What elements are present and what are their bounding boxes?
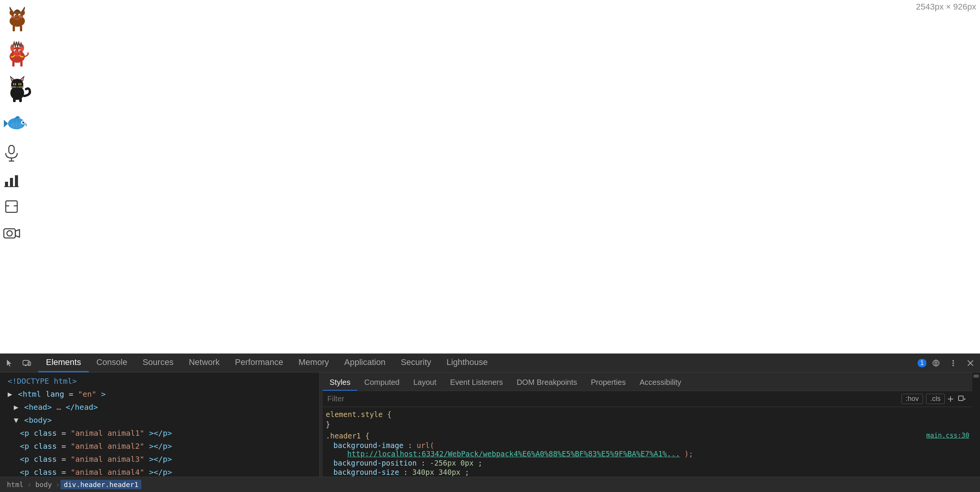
- dimensions-indicator: 2543px × 926px: [916, 2, 976, 12]
- styles-subtab-dom-breakpoints[interactable]: DOM Breakpoints: [510, 378, 584, 391]
- dom-tree[interactable]: <!DOCTYPE html> ▶ <html lang = "en" > ▶ …: [0, 373, 319, 477]
- dom-line-p4[interactable]: <p class = "animal animal4" ></p>: [0, 466, 319, 477]
- tab-elements[interactable]: Elements: [38, 354, 89, 372]
- svg-rect-75: [959, 396, 963, 401]
- styles-subtab-accessibility[interactable]: Accessibility: [633, 378, 688, 391]
- svg-rect-55: [10, 178, 13, 186]
- styles-subtab-properties[interactable]: Properties: [584, 378, 633, 391]
- svg-marker-63: [15, 230, 20, 237]
- styles-subtab-computed[interactable]: Computed: [357, 378, 406, 391]
- add-style-button[interactable]: [945, 393, 956, 405]
- style-prop-background-position: background-position : -256px 0px ;: [326, 458, 969, 468]
- devtools-panel: Elements Console Sources Network Perform…: [0, 354, 980, 492]
- dom-styles-divider[interactable]: [320, 373, 323, 477]
- style-prop-background-size: background-size : 340px 340px ;: [326, 468, 969, 477]
- bracket-icon[interactable]: [2, 197, 21, 216]
- svg-rect-54: [5, 182, 8, 186]
- svg-point-49: [23, 122, 24, 122]
- page-content: 2543px × 926px: [0, 0, 980, 354]
- element-style-rule: element.style { }: [326, 410, 969, 428]
- styles-filter-bar: :hov .cls: [323, 391, 972, 407]
- svg-rect-51: [9, 145, 14, 154]
- styles-subtab-layout[interactable]: Layout: [407, 378, 443, 391]
- svg-point-62: [7, 231, 12, 236]
- devtools-right-icons: 1: [916, 355, 978, 371]
- devtools-breadcrumb: html › body › div.header.header1: [0, 477, 980, 492]
- devtools-close-button[interactable]: [963, 355, 978, 371]
- styles-tabs: Styles Computed Layout Event Listeners D…: [323, 373, 972, 391]
- tab-network[interactable]: Network: [181, 354, 227, 372]
- panel-count-badge: 1: [918, 359, 926, 367]
- scroll-up-button[interactable]: [973, 375, 979, 378]
- svg-point-7: [15, 17, 17, 18]
- svg-point-13: [12, 16, 15, 18]
- svg-point-25: [18, 53, 19, 55]
- svg-point-4: [15, 15, 16, 16]
- svg-point-37: [19, 83, 20, 85]
- svg-point-22: [19, 50, 20, 51]
- animal-icons-container: [0, 0, 34, 142]
- dimensions-text: 2543px × 926px: [916, 2, 976, 11]
- microphone-icon[interactable]: [2, 143, 21, 163]
- dom-line-html[interactable]: ▶ <html lang = "en" >: [0, 388, 319, 401]
- svg-rect-58: [6, 201, 17, 212]
- svg-line-39: [11, 86, 16, 87]
- background-image-url[interactable]: http://localhost:63342/WebPack/webpack4%…: [347, 450, 680, 458]
- svg-rect-61: [4, 229, 15, 238]
- dom-line-doctype[interactable]: <!DOCTYPE html>: [0, 375, 319, 388]
- breadcrumb-html[interactable]: html: [4, 480, 26, 489]
- svg-point-14: [20, 16, 23, 18]
- svg-rect-27: [20, 61, 23, 67]
- new-style-rule-button[interactable]: [956, 393, 968, 405]
- svg-point-67: [935, 362, 937, 364]
- devtools-settings-button[interactable]: [928, 355, 944, 371]
- style-prop-background-image: background-image : url( http://localhost…: [326, 441, 969, 458]
- tab-console[interactable]: Console: [89, 354, 135, 372]
- animal-cat-icon: [2, 73, 33, 103]
- styles-filter-input[interactable]: [327, 394, 902, 403]
- svg-point-50: [11, 122, 22, 128]
- svg-point-69: [952, 362, 954, 364]
- camera-icon[interactable]: [2, 224, 21, 243]
- svg-line-40: [11, 87, 16, 88]
- responsive-design-button[interactable]: [19, 355, 34, 371]
- tab-security[interactable]: Security: [393, 354, 439, 372]
- devtools-topbar: Elements Console Sources Network Perform…: [0, 354, 980, 373]
- tab-memory[interactable]: Memory: [291, 354, 336, 372]
- devtools-left-icons: [2, 355, 34, 371]
- svg-rect-43: [13, 98, 16, 102]
- dom-line-p1[interactable]: <p class = "animal animal1" ></p>: [0, 427, 319, 440]
- svg-point-10: [21, 10, 25, 15]
- devtools-body: <!DOCTYPE html> ▶ <html lang = "en" > ▶ …: [0, 373, 980, 477]
- svg-point-21: [15, 50, 16, 51]
- dom-line-p2[interactable]: <p class = "animal animal2" ></p>: [0, 440, 319, 453]
- tab-sources[interactable]: Sources: [135, 354, 181, 372]
- styles-subtab-event-listeners[interactable]: Event Listeners: [443, 378, 510, 391]
- breadcrumb-div-header[interactable]: div.header.header1: [60, 480, 141, 489]
- tab-lighthouse[interactable]: Lighthouse: [439, 354, 495, 372]
- svg-line-41: [18, 86, 24, 87]
- dom-pane: <!DOCTYPE html> ▶ <html lang = "en" > ▶ …: [0, 373, 320, 477]
- filter-hov-badge[interactable]: :hov: [902, 394, 923, 404]
- svg-rect-44: [19, 98, 22, 102]
- devtools-more-button[interactable]: [946, 355, 961, 371]
- dom-line-p3[interactable]: <p class = "animal animal3" ></p>: [0, 453, 319, 466]
- chart-icon[interactable]: [2, 170, 21, 189]
- breadcrumb-body[interactable]: body: [32, 480, 55, 489]
- devtools-tabs: Elements Console Sources Network Perform…: [38, 354, 916, 372]
- scroll-area: [972, 373, 980, 477]
- inspect-element-button[interactable]: [2, 355, 17, 371]
- svg-rect-11: [13, 26, 15, 31]
- tab-performance[interactable]: Performance: [227, 354, 291, 372]
- svg-point-68: [952, 360, 954, 362]
- filter-cls-badge[interactable]: .cls: [926, 394, 945, 404]
- dom-line-body[interactable]: ▼ <body>: [0, 414, 319, 427]
- svg-point-24: [15, 53, 17, 55]
- dom-line-head[interactable]: ▶ <head> … </head>: [0, 401, 319, 414]
- svg-rect-56: [15, 175, 18, 186]
- styles-pane: Styles Computed Layout Event Listeners D…: [323, 373, 972, 477]
- style-source-link[interactable]: main.css:30: [926, 432, 969, 439]
- tab-application[interactable]: Application: [336, 354, 393, 372]
- styles-subtab-styles[interactable]: Styles: [323, 378, 357, 391]
- svg-rect-26: [12, 61, 15, 67]
